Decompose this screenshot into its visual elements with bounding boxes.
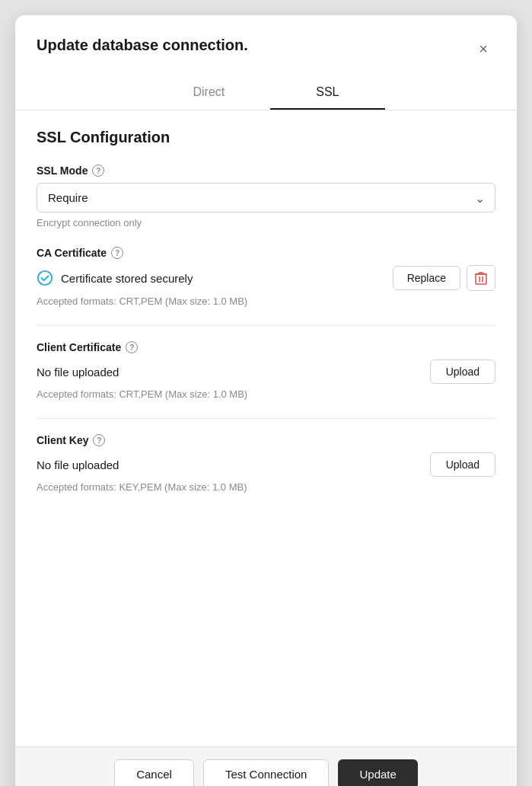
client-certificate-field: Client Certificate ? No file uploaded Up… — [37, 341, 495, 400]
ssl-mode-hint: Encrypt connection only — [37, 217, 495, 228]
check-circle-icon — [37, 270, 53, 286]
client-key-upload-row: No file uploaded Upload — [37, 452, 495, 477]
ssl-mode-select-wrapper: Require Verify CA Verify Full Prefer All… — [37, 183, 495, 212]
modal-footer: Cancel Test Connection Update — [15, 746, 517, 786]
ssl-mode-help-icon[interactable]: ? — [92, 165, 104, 177]
tab-direct[interactable]: Direct — [147, 76, 270, 110]
client-cert-label: Client Certificate — [37, 341, 121, 353]
ssl-mode-select[interactable]: Require Verify CA Verify Full Prefer All… — [37, 183, 495, 212]
close-button[interactable]: × — [471, 37, 495, 61]
ca-cert-label: CA Certificate — [37, 247, 107, 259]
test-connection-button[interactable]: Test Connection — [203, 759, 330, 786]
ca-certificate-field: CA Certificate ? Certificate stored secu… — [37, 247, 495, 307]
client-key-upload-button[interactable]: Upload — [430, 452, 495, 477]
client-key-help-icon[interactable]: ? — [93, 434, 105, 446]
ca-cert-label-row: CA Certificate ? — [37, 247, 495, 259]
ssl-config-title: SSL Configuration — [37, 129, 495, 146]
ssl-mode-label: SSL Mode — [37, 165, 88, 177]
client-key-formats: Accepted formats: KEY,PEM (Max size: 1.0… — [37, 481, 495, 493]
tab-ssl[interactable]: SSL — [270, 76, 384, 110]
modal-body: SSL Configuration SSL Mode ? Require Ver… — [15, 129, 517, 746]
update-button[interactable]: Update — [338, 759, 417, 786]
update-db-connection-modal: Update database connection. × Direct SSL… — [15, 15, 517, 786]
divider-1 — [37, 325, 495, 326]
svg-rect-1 — [476, 274, 486, 284]
ssl-mode-field: SSL Mode ? Require Verify CA Verify Full… — [37, 165, 495, 228]
svg-point-0 — [38, 271, 52, 285]
ca-cert-row: Certificate stored securely Replace — [37, 265, 495, 291]
ca-cert-status: Certificate stored securely — [37, 270, 193, 286]
replace-certificate-button[interactable]: Replace — [393, 266, 460, 290]
cancel-button[interactable]: Cancel — [114, 759, 194, 786]
client-key-label: Client Key — [37, 434, 88, 446]
client-cert-upload-button[interactable]: Upload — [430, 359, 495, 384]
client-key-label-row: Client Key ? — [37, 434, 495, 446]
client-cert-upload-row: No file uploaded Upload — [37, 359, 495, 384]
client-cert-no-file: No file uploaded — [37, 366, 119, 379]
modal-header: Update database connection. × — [15, 15, 517, 61]
ca-cert-actions: Replace — [393, 265, 495, 291]
client-cert-label-row: Client Certificate ? — [37, 341, 495, 353]
tab-bar: Direct SSL — [15, 61, 517, 110]
ssl-mode-label-row: SSL Mode ? — [37, 165, 495, 177]
delete-certificate-button[interactable] — [467, 265, 495, 291]
client-cert-help-icon[interactable]: ? — [126, 341, 138, 353]
client-cert-formats: Accepted formats: CRT,PEM (Max size: 1.0… — [37, 388, 495, 400]
trash-icon — [475, 271, 487, 285]
divider-2 — [37, 418, 495, 419]
tab-divider — [15, 110, 517, 110]
modal-title: Update database connection. — [37, 37, 248, 54]
ca-cert-formats: Accepted formats: CRT,PEM (Max size: 1.0… — [37, 296, 495, 307]
client-key-field: Client Key ? No file uploaded Upload Acc… — [37, 434, 495, 493]
ca-cert-help-icon[interactable]: ? — [111, 247, 123, 259]
client-key-no-file: No file uploaded — [37, 458, 119, 471]
ca-cert-status-text: Certificate stored securely — [61, 272, 193, 285]
